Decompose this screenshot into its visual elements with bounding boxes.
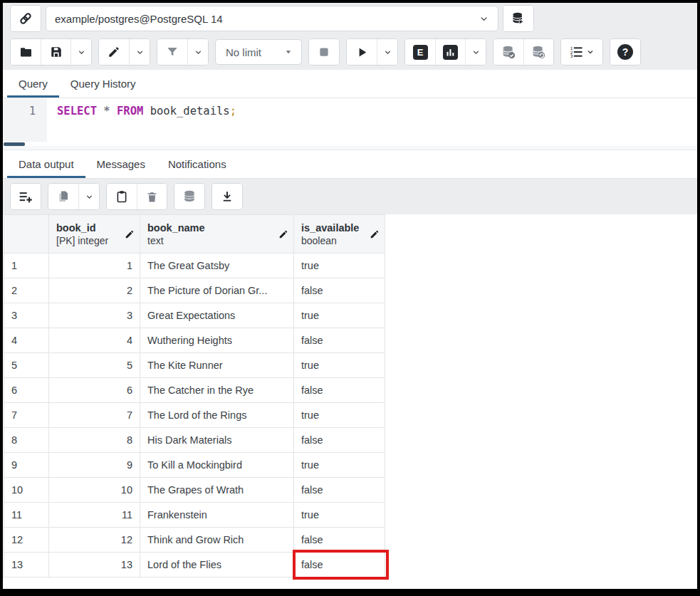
explain-analyze-button[interactable] — [435, 39, 465, 65]
row-number-cell[interactable]: 6 — [4, 378, 49, 403]
add-row-button[interactable] — [11, 184, 41, 209]
open-file-button[interactable] — [11, 39, 41, 65]
edit-options-chevron[interactable] — [129, 39, 150, 65]
is-available-cell[interactable]: false — [294, 528, 385, 553]
is-available-cell[interactable]: false — [294, 478, 385, 503]
book-name-cell[interactable]: Lord of the Flies — [140, 553, 294, 577]
book-name-cell[interactable]: The Kite Runner — [140, 353, 294, 378]
save-data-changes-button[interactable] — [174, 184, 204, 209]
edit-button[interactable] — [99, 39, 129, 65]
explain-options-chevron[interactable] — [465, 39, 486, 65]
book-name-cell[interactable]: The Catcher in the Rye — [140, 378, 294, 403]
book-id-cell[interactable]: 2 — [49, 278, 140, 303]
column-header-book-name[interactable]: book_name text — [140, 215, 294, 253]
scrollbar-thumb[interactable] — [4, 142, 25, 146]
execute-options-chevron[interactable] — [377, 39, 397, 65]
filter-button[interactable] — [157, 39, 187, 65]
is-available-cell[interactable]: true — [294, 353, 385, 378]
paste-button[interactable] — [107, 184, 137, 209]
execute-button[interactable] — [347, 39, 377, 65]
is-available-cell[interactable]: true — [294, 403, 385, 428]
row-number-cell[interactable]: 10 — [4, 478, 49, 503]
row-number-cell[interactable]: 2 — [4, 278, 49, 303]
book-name-cell[interactable]: Wuthering Heights — [140, 328, 294, 353]
save-options-chevron[interactable] — [70, 39, 91, 65]
row-number-cell[interactable]: 3 — [4, 303, 49, 328]
book-id-cell[interactable]: 12 — [49, 528, 140, 553]
explain-button[interactable]: E — [405, 39, 435, 65]
filter-options-chevron[interactable] — [187, 39, 208, 65]
tab-query-history[interactable]: Query History — [59, 70, 147, 98]
row-number-cell[interactable]: 13 — [4, 553, 49, 577]
book-name-cell[interactable]: The Great Gatsby — [140, 253, 294, 278]
is-available-cell[interactable]: true — [294, 253, 385, 278]
book-id-cell[interactable]: 4 — [49, 328, 140, 353]
row-number-cell[interactable]: 5 — [4, 353, 49, 378]
sql-code-line[interactable]: SELECT * FROM book_details; — [47, 98, 697, 146]
is-available-cell[interactable]: false — [294, 278, 385, 303]
tab-query[interactable]: Query — [7, 70, 59, 98]
rollback-button[interactable] — [523, 39, 553, 65]
edit-column-icon[interactable] — [370, 229, 380, 239]
book-id-cell[interactable]: 10 — [49, 478, 140, 503]
book-id-cell[interactable]: 9 — [49, 453, 140, 478]
is-available-cell[interactable]: false — [294, 428, 385, 453]
book-name-cell[interactable]: The Picture of Dorian Gr... — [140, 278, 294, 303]
book-name-cell[interactable]: The Lord of the Rings — [140, 403, 294, 428]
row-number-cell[interactable]: 9 — [4, 453, 49, 478]
row-number-cell[interactable]: 8 — [4, 428, 49, 453]
is-available-cell[interactable]: false — [294, 328, 385, 353]
row-number-cell[interactable]: 1 — [4, 253, 49, 278]
book-id-cell[interactable]: 5 — [49, 353, 140, 378]
copy-options-chevron[interactable] — [78, 184, 99, 209]
book-id-cell[interactable]: 6 — [49, 378, 140, 403]
save-file-button[interactable] — [41, 39, 70, 65]
book-id-cell[interactable]: 8 — [49, 428, 140, 453]
row-number-cell[interactable]: 12 — [4, 528, 49, 553]
editor-horizontal-scrollbar[interactable] — [3, 142, 697, 146]
book-name-cell[interactable]: His Dark Materials — [140, 428, 294, 453]
is-available-cell[interactable]: true — [294, 503, 385, 528]
row-limit-select[interactable]: No limit — [215, 39, 302, 65]
commit-button[interactable] — [493, 39, 523, 65]
edit-column-icon[interactable] — [278, 229, 288, 239]
row-number-cell[interactable]: 7 — [4, 403, 49, 428]
book-name-cell[interactable]: The Grapes of Wrath — [140, 478, 294, 503]
book-id-cell[interactable]: 7 — [49, 403, 140, 428]
select-all-corner-cell[interactable] — [4, 215, 49, 253]
copy-button[interactable] — [48, 184, 78, 209]
edit-column-icon[interactable] — [125, 229, 135, 239]
delete-row-button[interactable] — [137, 184, 167, 209]
tab-data-output[interactable]: Data output — [7, 150, 85, 178]
connection-selector[interactable]: example/postgres@PostgreSQL 14 — [46, 6, 498, 31]
book-id-cell[interactable]: 3 — [49, 303, 140, 328]
column-header-book-id[interactable]: book_id [PK] integer — [49, 215, 140, 253]
is-available-cell[interactable]: true — [294, 303, 385, 328]
book-id-cell[interactable]: 1 — [49, 253, 140, 278]
new-connection-button[interactable] — [503, 6, 533, 31]
book-name-cell[interactable]: Think and Grow Rich — [140, 528, 294, 553]
book-name-cell[interactable]: Frankenstein — [140, 503, 294, 528]
book-name-cell[interactable]: Great Expectations — [140, 303, 294, 328]
is-available-cell[interactable]: false — [294, 553, 385, 577]
stop-button[interactable] — [309, 39, 339, 65]
row-number-cell[interactable]: 4 — [4, 328, 49, 353]
book-id-cell[interactable]: 13 — [49, 553, 140, 577]
column-header-is-available[interactable]: is_available boolean — [294, 215, 385, 253]
table-row: 3 3 Great Expectations true — [4, 303, 385, 328]
download-results-button[interactable] — [212, 184, 242, 209]
is-available-cell[interactable]: false — [294, 378, 385, 403]
explain-icon: E — [413, 45, 428, 60]
tab-notifications[interactable]: Notifications — [157, 150, 238, 178]
is-available-cell[interactable]: true — [294, 453, 385, 478]
help-button[interactable]: ? — [610, 39, 640, 65]
connection-status-button[interactable] — [11, 6, 41, 31]
book-id-cell[interactable]: 11 — [49, 503, 140, 528]
row-number-cell[interactable]: 11 — [4, 503, 49, 528]
sql-editor[interactable]: 1 SELECT * FROM book_details; — [3, 98, 697, 146]
table-row: 13 13 Lord of the Flies false — [4, 553, 385, 577]
macros-button[interactable]: 123 — [561, 39, 602, 65]
tab-messages[interactable]: Messages — [85, 150, 157, 178]
folder-icon — [19, 46, 33, 59]
book-name-cell[interactable]: To Kill a Mockingbird — [140, 453, 294, 478]
